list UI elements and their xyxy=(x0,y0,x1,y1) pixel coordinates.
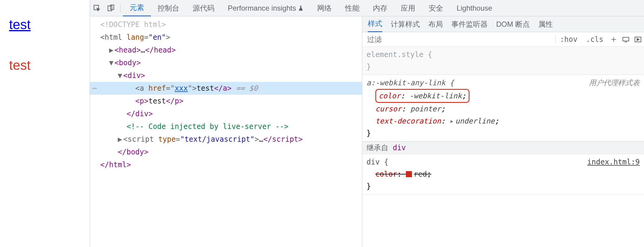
tab-network[interactable]: 网络 xyxy=(310,0,338,16)
expand-icon[interactable]: ▶ xyxy=(109,44,115,56)
tab-application[interactable]: 应用 xyxy=(394,0,422,16)
devtools-main: <!DOCTYPE html> <html lang="en"> ▶<head>… xyxy=(90,16,644,247)
new-style-icon[interactable] xyxy=(608,36,620,43)
svg-rect-1 xyxy=(108,6,112,11)
dom-line[interactable]: <!DOCTYPE html> xyxy=(90,18,362,31)
inherited-from-bar: 继承自 div xyxy=(362,141,644,154)
subtab-properties[interactable]: 属性 xyxy=(538,16,553,32)
cls-button[interactable]: .cls xyxy=(582,35,608,44)
dom-line[interactable]: <html lang="en"> xyxy=(90,31,362,44)
element-style-rule[interactable]: element.style { } xyxy=(362,47,644,75)
tab-console[interactable]: 控制台 xyxy=(151,0,186,16)
dom-line[interactable]: ▶<script type="text/javascript">…</scrip… xyxy=(90,133,362,146)
hov-button[interactable]: :hov xyxy=(556,35,582,44)
source-link[interactable]: index.html:9 xyxy=(587,156,640,168)
subtab-computed[interactable]: 计算样式 xyxy=(391,16,420,32)
more-icon[interactable]: ⋯ xyxy=(90,82,99,95)
toolbar-separator xyxy=(120,4,121,13)
tab-performance[interactable]: 性能 xyxy=(338,0,366,16)
styles-panel: 样式 计算样式 布局 事件监听器 DOM 断点 属性 :hov .cls xyxy=(362,16,644,247)
dom-line-selected[interactable]: ⋯ <a href="xxx">test</a> == $0 xyxy=(90,82,362,95)
div-rule[interactable]: index.html:9 div { color: red; } xyxy=(362,154,644,195)
dom-line[interactable]: </html> xyxy=(90,158,362,171)
tab-sources[interactable]: 源代码 xyxy=(186,0,221,16)
expand-icon[interactable]: ▶ xyxy=(118,133,123,146)
collapse-icon[interactable]: ▼ xyxy=(109,56,115,69)
subtab-styles[interactable]: 样式 xyxy=(368,16,382,32)
highlighted-declaration: color: -webkit-link; xyxy=(375,89,470,103)
flask-icon xyxy=(298,5,304,12)
svg-rect-5 xyxy=(623,37,629,41)
subtab-layout[interactable]: 布局 xyxy=(428,16,443,32)
dom-line[interactable]: ▼<body> xyxy=(90,56,362,69)
tab-performance-insights[interactable]: Performance insights xyxy=(221,0,310,16)
styles-subtabs: 样式 计算样式 布局 事件监听器 DOM 断点 属性 xyxy=(362,16,644,32)
device-toggle-icon[interactable] xyxy=(104,4,118,12)
tab-performance-insights-label: Performance insights xyxy=(228,4,296,12)
collapse-icon[interactable]: ▼ xyxy=(118,69,123,82)
tab-elements[interactable]: 元素 xyxy=(123,0,151,16)
expand-icon[interactable]: ▸ xyxy=(450,117,454,125)
dom-line[interactable]: ▼<div> xyxy=(90,69,362,82)
page-link[interactable]: test xyxy=(9,17,81,32)
devtools: 元素 控制台 源代码 Performance insights 网络 性能 内存… xyxy=(90,0,644,247)
styles-filter-row: :hov .cls xyxy=(362,32,644,47)
svg-marker-8 xyxy=(637,38,639,41)
ua-stylesheet-label: 用户代理样式表 xyxy=(589,77,640,89)
subtab-listeners[interactable]: 事件监听器 xyxy=(451,16,488,32)
subtab-dom-breakpoints[interactable]: DOM 断点 xyxy=(496,16,530,32)
inspect-icon[interactable] xyxy=(90,4,104,12)
dom-line[interactable]: </div> xyxy=(90,107,362,120)
rendered-page: test test xyxy=(0,0,90,247)
elements-panel[interactable]: <!DOCTYPE html> <html lang="en"> ▶<head>… xyxy=(90,16,362,247)
tab-lighthouse[interactable]: Lighthouse xyxy=(450,0,499,16)
ua-rule[interactable]: 用户代理样式表 a:-webkit-any-link { color: -web… xyxy=(362,75,644,141)
tab-security[interactable]: 安全 xyxy=(422,0,450,16)
dom-line[interactable]: <p>test</p> xyxy=(90,95,362,107)
devtools-toolbar: 元素 控制台 源代码 Performance insights 网络 性能 内存… xyxy=(90,0,644,16)
dom-line[interactable]: ▶<head>…</head> xyxy=(90,44,362,56)
styles-filter-input[interactable] xyxy=(362,35,555,44)
page-paragraph: test xyxy=(9,58,81,73)
computed-toggle-icon[interactable] xyxy=(632,36,644,42)
color-swatch-icon[interactable] xyxy=(406,171,412,177)
dom-line[interactable]: </body> xyxy=(90,146,362,158)
dom-line[interactable]: <!-- Code injected by live-server --> xyxy=(90,120,362,133)
tab-memory[interactable]: 内存 xyxy=(366,0,394,16)
device-styles-icon[interactable] xyxy=(620,36,632,42)
